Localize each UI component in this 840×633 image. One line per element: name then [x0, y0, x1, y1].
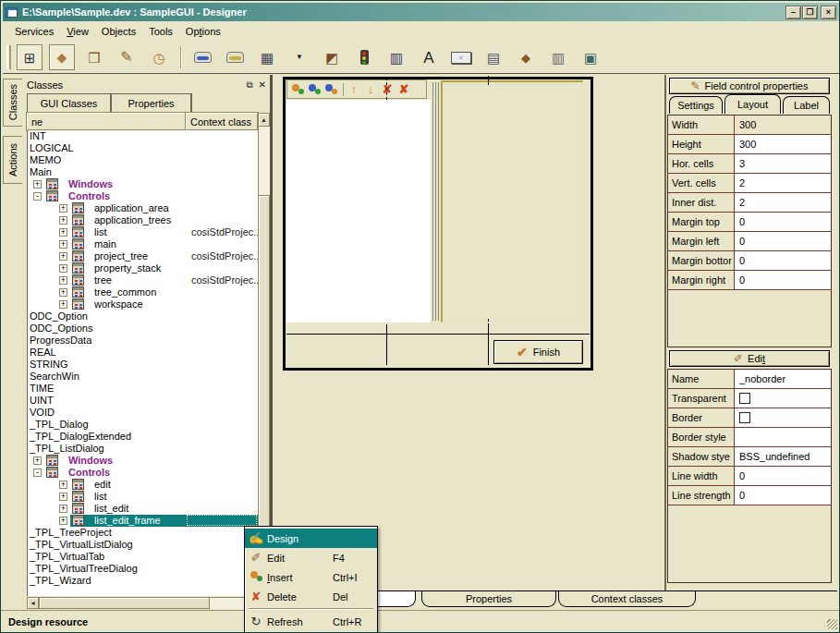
- column-header-context-class[interactable]: Context class: [186, 113, 258, 130]
- tree-item-_TPL_ListDialog[interactable]: _TPL_ListDialog: [28, 443, 258, 455]
- link-window-button[interactable]: ◩: [319, 44, 345, 70]
- tree-item-Windows[interactable]: +Windows: [28, 455, 258, 467]
- close-panel-icon[interactable]: ✕: [259, 79, 266, 90]
- delete-all-button[interactable]: ✘: [396, 83, 411, 95]
- expand-icon[interactable]: +: [59, 216, 67, 225]
- move-up-button[interactable]: ↑: [347, 83, 361, 95]
- tree-item-Controls[interactable]: -Controls: [28, 190, 258, 202]
- tab-settings[interactable]: Settings: [669, 96, 723, 114]
- class-hierarchy-button[interactable]: ⊞: [17, 44, 43, 70]
- expand-icon[interactable]: +: [59, 204, 67, 213]
- eraser-button[interactable]: ◆: [49, 44, 75, 70]
- property-value[interactable]: 300: [735, 116, 831, 134]
- property-value[interactable]: 0: [735, 213, 831, 231]
- expand-icon[interactable]: +: [59, 288, 67, 297]
- tree-item-main[interactable]: +main: [28, 238, 258, 250]
- tree-item-edit[interactable]: +edit: [28, 479, 258, 491]
- tree-item-SearchWin[interactable]: SearchWin: [28, 371, 258, 383]
- design-list-area[interactable]: [286, 100, 431, 323]
- move-down-button[interactable]: ↓: [363, 83, 378, 95]
- property-value[interactable]: [735, 389, 831, 408]
- property-value[interactable]: 0: [735, 467, 831, 485]
- scroll-left-button[interactable]: ◄: [27, 597, 39, 609]
- scroll-up-button[interactable]: ▲: [258, 113, 270, 127]
- expand-icon[interactable]: +: [59, 493, 67, 501]
- context-menu-delete[interactable]: ✘DeleteDel: [245, 587, 377, 606]
- tree-item-tree_common[interactable]: +tree_common: [28, 286, 258, 298]
- property-value[interactable]: 300: [735, 135, 831, 153]
- expand-icon[interactable]: +: [59, 505, 67, 513]
- edit-section-button[interactable]: ✐ Edit: [669, 350, 830, 367]
- dock-tab-actions[interactable]: Actions: [3, 136, 22, 184]
- tree-item-MEMO[interactable]: MEMO: [28, 154, 258, 166]
- tab-gui-classes[interactable]: GUI Classes: [27, 93, 111, 113]
- property-value[interactable]: _noborder: [735, 370, 831, 388]
- tree-item-TIME[interactable]: TIME: [28, 383, 258, 395]
- save-drive-yellow-button[interactable]: [222, 44, 248, 70]
- text-style-button[interactable]: A: [416, 44, 442, 70]
- property-value[interactable]: 0: [735, 251, 831, 270]
- tree-item-UINT[interactable]: UINT: [28, 395, 258, 407]
- tree-item-REAL[interactable]: REAL: [28, 347, 258, 359]
- tree-item-Controls[interactable]: -Controls: [28, 467, 258, 479]
- menu-objects[interactable]: Objects: [95, 24, 142, 39]
- close-button[interactable]: ×: [821, 6, 836, 19]
- menu-tools[interactable]: Tools: [142, 24, 179, 39]
- tree-item-list_edit[interactable]: +list_edit: [28, 503, 258, 515]
- property-value[interactable]: BSS_undefined: [735, 447, 831, 466]
- tree-item-ODC_Option[interactable]: ODC_Option: [28, 310, 258, 323]
- dock-tab-classes[interactable]: Classes: [3, 79, 22, 127]
- menu-options[interactable]: Options: [179, 24, 227, 39]
- checkbox-unchecked[interactable]: [739, 412, 750, 423]
- expand-icon[interactable]: +: [59, 517, 67, 525]
- edit-document-button[interactable]: ✎: [114, 44, 140, 70]
- toolbar-grip[interactable]: [6, 45, 11, 69]
- horizontal-scrollbar-thumb[interactable]: [39, 597, 210, 609]
- bottom-tab-context-classes[interactable]: Context classes: [558, 591, 696, 607]
- design-panel-area[interactable]: [441, 80, 583, 323]
- expand-icon[interactable]: +: [33, 180, 42, 189]
- checkbox-unchecked[interactable]: [739, 393, 750, 404]
- insert-button[interactable]: [290, 83, 305, 95]
- tree-item-_TPL_DialogExtended[interactable]: _TPL_DialogExtended: [28, 431, 258, 443]
- property-value[interactable]: 2: [735, 193, 831, 212]
- collapse-icon[interactable]: -: [33, 192, 42, 201]
- expand-icon[interactable]: +: [59, 481, 67, 489]
- history-clock-button[interactable]: ◷: [146, 44, 172, 70]
- link-objects-button[interactable]: [323, 83, 338, 95]
- expand-icon[interactable]: +: [59, 276, 67, 285]
- design-splitter[interactable]: [432, 82, 440, 321]
- tree-item-_TPL_Dialog[interactable]: _TPL_Dialog: [28, 419, 258, 431]
- menu-view[interactable]: View: [60, 24, 95, 39]
- tree-item-VOID[interactable]: VOID: [28, 407, 258, 419]
- property-value[interactable]: 3: [735, 154, 831, 173]
- collapse-icon[interactable]: -: [33, 469, 42, 477]
- tree-item-workspace[interactable]: +workspace: [28, 298, 258, 310]
- tree-item-Main[interactable]: Main: [28, 166, 258, 178]
- server-button[interactable]: ▥: [545, 44, 571, 70]
- expand-icon[interactable]: +: [59, 252, 67, 261]
- form-button[interactable]: ▤: [481, 44, 506, 70]
- tree-item-_TPL_VirtualTreeDialog[interactable]: _TPL_VirtualTreeDialog: [28, 563, 258, 575]
- expand-icon[interactable]: +: [59, 264, 67, 273]
- tree-item-INT[interactable]: INT: [28, 130, 258, 142]
- save-drive-blue-button[interactable]: [189, 44, 215, 70]
- insert-child-button[interactable]: [307, 83, 322, 95]
- book-button[interactable]: ❒: [81, 44, 107, 70]
- traffic-light-button[interactable]: [351, 44, 377, 70]
- tree-item-ODC_Options[interactable]: ODC_Options: [28, 323, 258, 335]
- tree-item-application_area[interactable]: +application_area: [28, 202, 258, 214]
- tree-item-property_stack[interactable]: +property_stack: [28, 262, 258, 274]
- property-value[interactable]: 0: [735, 271, 831, 289]
- tree-item-_TPL_VirtualListDialog[interactable]: _TPL_VirtualListDialog: [28, 539, 258, 551]
- tree-item-_TPL_Wizard[interactable]: _TPL_Wizard: [28, 575, 258, 587]
- context-menu-design[interactable]: ✍Design: [245, 529, 377, 548]
- tree-item-_TPL_VirtualTab[interactable]: _TPL_VirtualTab: [28, 551, 258, 563]
- tree-item-ProgressData[interactable]: ProgressData: [28, 335, 258, 347]
- float-panel-icon[interactable]: ⧉: [246, 79, 252, 91]
- property-value[interactable]: [735, 408, 831, 427]
- minimize-button[interactable]: –: [785, 6, 801, 19]
- maximize-button[interactable]: ❐: [802, 6, 818, 19]
- tree-item-LOGICAL[interactable]: LOGICAL: [28, 142, 258, 154]
- table-button[interactable]: ▥: [383, 44, 409, 70]
